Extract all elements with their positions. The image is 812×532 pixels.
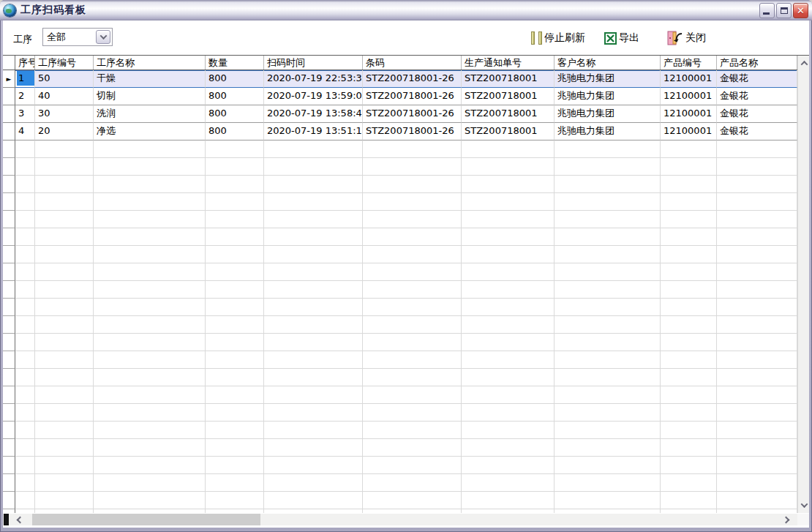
- table-cell: [555, 158, 661, 176]
- table-cell[interactable]: 800: [206, 88, 264, 105]
- table-cell: [555, 193, 661, 211]
- stop-refresh-button[interactable]: 停止刷新: [531, 29, 585, 48]
- table-row[interactable]: 240切制8002020-07-19 13:59:08STZ200718001-…: [3, 88, 797, 105]
- column-header[interactable]: 产品编号: [661, 56, 717, 70]
- table-cell[interactable]: 净选: [94, 123, 206, 141]
- column-header[interactable]: 数量: [206, 56, 264, 70]
- column-header[interactable]: 序号: [15, 56, 35, 70]
- table-cell: [264, 228, 363, 246]
- table-cell[interactable]: 12100001: [661, 88, 717, 105]
- table-cell[interactable]: 50: [35, 70, 94, 88]
- data-grid[interactable]: 序号工序编号工序名称数量扫码时间条码生产通知单号客户名称产品编号产品名称►150…: [3, 55, 809, 513]
- table-cell[interactable]: 金银花: [717, 105, 797, 123]
- table-cell[interactable]: STZ200718001-26: [363, 123, 462, 141]
- table-cell: [206, 263, 264, 281]
- process-filter-combobox[interactable]: 全部: [42, 28, 113, 46]
- table-cell: [661, 334, 717, 351]
- table-row[interactable]: 420净选8002020-07-19 13:51:17STZ200718001-…: [3, 123, 797, 141]
- grid-empty-row: [3, 299, 797, 316]
- table-cell[interactable]: 兆驰电力集团: [555, 70, 661, 88]
- column-header[interactable]: 工序名称: [94, 56, 206, 70]
- table-cell[interactable]: 兆驰电力集团: [555, 123, 661, 141]
- table-cell[interactable]: 2: [15, 88, 35, 105]
- table-cell[interactable]: 4: [15, 123, 35, 141]
- table-cell[interactable]: 洗润: [94, 105, 206, 123]
- table-cell: [35, 281, 94, 299]
- table-cell[interactable]: 12100001: [661, 123, 717, 141]
- table-row[interactable]: ►150干燥8002020-07-19 22:53:38STZ200718001…: [3, 70, 797, 88]
- table-cell[interactable]: STZ200718001-26: [363, 70, 462, 88]
- table-cell[interactable]: 切制: [94, 88, 206, 105]
- close-window-button[interactable]: 关闭: [667, 29, 706, 48]
- table-row[interactable]: 330洗润8002020-07-19 13:58:43STZ200718001-…: [3, 105, 797, 123]
- table-cell[interactable]: 40: [35, 88, 94, 105]
- table-cell: [555, 351, 661, 369]
- table-cell: [363, 281, 462, 299]
- table-cell: [94, 246, 206, 263]
- table-cell: [661, 492, 717, 509]
- table-cell: [15, 246, 35, 263]
- table-cell[interactable]: 30: [35, 105, 94, 123]
- table-cell: [363, 316, 462, 334]
- grid-body[interactable]: 序号工序编号工序名称数量扫码时间条码生产通知单号客户名称产品编号产品名称►150…: [3, 56, 797, 513]
- table-cell[interactable]: STZ200718001: [462, 105, 555, 123]
- combobox-dropdown-button[interactable]: [96, 30, 110, 44]
- table-cell[interactable]: 兆驰电力集团: [555, 88, 661, 105]
- table-cell[interactable]: 金银花: [717, 88, 797, 105]
- chevron-up-icon: [800, 61, 808, 68]
- table-cell[interactable]: 800: [206, 70, 264, 88]
- export-button[interactable]: 导出: [604, 29, 639, 48]
- column-header[interactable]: 条码: [363, 56, 462, 70]
- maximize-button[interactable]: [776, 3, 792, 18]
- table-cell[interactable]: 12100001: [661, 105, 717, 123]
- table-cell: [264, 211, 363, 228]
- column-header[interactable]: 生产通知单号: [462, 56, 555, 70]
- column-header[interactable]: 工序编号: [35, 56, 94, 70]
- horizontal-scrollbar-thumb[interactable]: [32, 514, 260, 525]
- table-cell[interactable]: 2020-07-19 22:53:38: [264, 70, 363, 88]
- scroll-up-button[interactable]: [798, 57, 809, 70]
- grid-header-gutter: [3, 56, 15, 70]
- window-title: 工序扫码看板: [20, 4, 758, 17]
- table-cell[interactable]: STZ200718001: [462, 70, 555, 88]
- table-cell[interactable]: 2020-07-19 13:58:43: [264, 105, 363, 123]
- column-header[interactable]: 扫码时间: [264, 56, 363, 70]
- row-indicator-gutter: [3, 457, 15, 474]
- table-cell[interactable]: 3: [15, 105, 35, 123]
- table-cell: [555, 474, 661, 492]
- table-cell: [94, 351, 206, 369]
- table-cell[interactable]: 干燥: [94, 70, 206, 88]
- scrollbar-origin-block: [4, 514, 9, 525]
- scroll-left-button[interactable]: [10, 514, 30, 525]
- table-cell[interactable]: 2020-07-19 13:59:08: [264, 88, 363, 105]
- table-cell[interactable]: 800: [206, 123, 264, 141]
- table-cell[interactable]: 1: [15, 70, 35, 88]
- table-cell[interactable]: STZ200718001: [462, 88, 555, 105]
- table-cell: [206, 439, 264, 457]
- table-cell[interactable]: 2020-07-19 13:51:17: [264, 123, 363, 141]
- scroll-right-button[interactable]: [775, 514, 796, 525]
- chevron-down-icon: [800, 501, 808, 508]
- minimize-button[interactable]: [759, 3, 775, 18]
- table-cell: [555, 492, 661, 509]
- table-cell[interactable]: 金银花: [717, 70, 797, 88]
- table-cell: [94, 492, 206, 509]
- titlebar[interactable]: 工序扫码看板 ✕: [0, 0, 812, 20]
- close-button[interactable]: ✕: [793, 3, 808, 18]
- table-cell[interactable]: 12100001: [661, 70, 717, 88]
- vertical-scrollbar[interactable]: [797, 56, 809, 513]
- table-cell[interactable]: STZ200718001-26: [363, 105, 462, 123]
- table-cell[interactable]: STZ200718001-26: [363, 88, 462, 105]
- table-cell: [264, 176, 363, 193]
- exit-door-icon: [667, 31, 683, 45]
- horizontal-scrollbar[interactable]: [3, 514, 797, 525]
- table-cell[interactable]: 20: [35, 123, 94, 141]
- column-header[interactable]: 客户名称: [555, 56, 661, 70]
- table-cell[interactable]: 兆驰电力集团: [555, 105, 661, 123]
- table-cell: [717, 369, 797, 386]
- table-cell[interactable]: STZ200718001: [462, 123, 555, 141]
- column-header[interactable]: 产品名称: [717, 56, 797, 70]
- scroll-down-button[interactable]: [798, 499, 809, 512]
- table-cell[interactable]: 金银花: [717, 123, 797, 141]
- table-cell[interactable]: 800: [206, 105, 264, 123]
